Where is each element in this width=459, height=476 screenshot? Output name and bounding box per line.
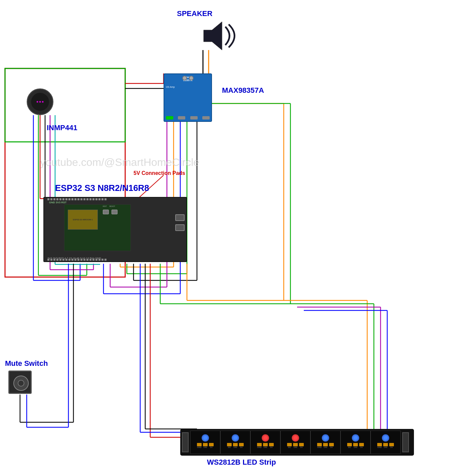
- inmp-label: INMP441: [47, 124, 77, 132]
- svg-marker-68: [204, 22, 222, 50]
- inmp441-mic: [27, 88, 53, 115]
- led-segment-5: GND DIN 5V: [310, 431, 340, 454]
- max-board: MAX98357A I2S Amp: [164, 73, 212, 122]
- led-segment-1: GND DIN 5V: [190, 431, 220, 454]
- watermark: youtube.com/@SmartHomeCircle: [40, 156, 199, 169]
- esp32-board: GND 3V3 RST 3V3 3V3 RST 4 7 15 18 46 9 1…: [43, 197, 187, 262]
- mute-switch: [8, 371, 32, 394]
- speaker-label: SPEAKER: [177, 9, 212, 18]
- max-label: MAX98357A: [222, 86, 264, 95]
- speaker-icon: [197, 18, 240, 55]
- led-segment-6: DO DIN 5V: [340, 431, 371, 454]
- led-segment-4: DO DIN 5V: [280, 431, 310, 454]
- esp-label: ESP32 S3 N8R2/N16R8: [55, 183, 149, 193]
- ws2812b-led-strip: GND DIN 5V DO DIN 5V GND DIN 5V DO: [180, 429, 414, 456]
- mute-label: Mute Switch: [5, 359, 48, 368]
- led-segment-7: GND DIN 5V: [371, 431, 401, 454]
- fivev-label: 5V Connection Pads: [134, 170, 185, 176]
- led-segment-2: DO DIN 5V: [220, 431, 250, 454]
- led-segment-3: GND DIN 5V: [250, 431, 280, 454]
- ws-label: WS2812B LED Strip: [207, 458, 276, 467]
- diagram-container: SPEAKER MAX98357A I2S Amp MAX98357A: [0, 0, 459, 476]
